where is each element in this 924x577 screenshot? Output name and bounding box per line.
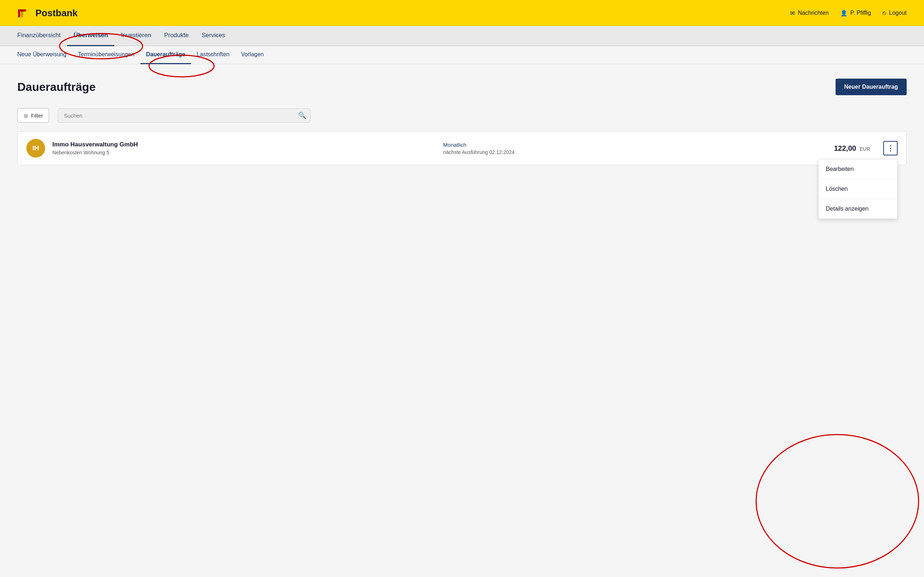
sub-nav-item-lastschriften[interactable]: Lastschriften: [191, 46, 235, 64]
filter-icon: ⚌: [23, 112, 28, 119]
user-icon: 👤: [840, 10, 848, 16]
sub-nav-item-terminueberweisungen[interactable]: Terminüberweisungen: [72, 46, 141, 64]
order-name: Immo Hausverwaltung GmbH: [52, 141, 436, 148]
dropdown-item-loeschen[interactable]: Löschen: [819, 179, 897, 199]
dropdown-menu: Bearbeiten Löschen Details anzeigen: [818, 159, 898, 219]
header-nav-nachrichten[interactable]: ✉ Nachrichten: [790, 10, 828, 16]
postbank-logo-icon: [17, 6, 32, 20]
order-amount: 122,00 EUR: [834, 144, 870, 153]
filter-button[interactable]: ⚌ Filter: [17, 108, 49, 122]
main-nav-item-ueberweisen[interactable]: Überweisen: [67, 26, 115, 46]
header-nav-logout[interactable]: ⎋ Logout: [882, 10, 907, 16]
main-nav-item-investieren[interactable]: Investieren: [115, 26, 157, 46]
order-frequency: Monatlich: [443, 142, 827, 148]
sub-nav: Neue Überweisung Terminüberweisungen Dau…: [0, 46, 924, 64]
sub-nav-item-neue-ueberweisung[interactable]: Neue Überweisung: [17, 46, 72, 64]
order-schedule: Monatlich nächste Ausführung 02.12.2024: [443, 142, 827, 155]
avatar: IH: [26, 139, 45, 158]
order-description: Nebenkosten Wohnung 5: [52, 150, 436, 155]
header-nav: ✉ Nachrichten 👤 P. Pfiffig ⎋ Logout: [790, 10, 907, 16]
header: Postbank ✉ Nachrichten 👤 P. Pfiffig ⎋ Lo…: [0, 0, 924, 26]
main-nav-item-services[interactable]: Services: [195, 26, 232, 46]
header-nav-profil[interactable]: 👤 P. Pfiffig: [840, 10, 871, 16]
search-icon: 🔍: [298, 112, 306, 119]
page-title: Daueraufträge: [17, 81, 96, 94]
search-input[interactable]: [58, 108, 310, 122]
main-nav-item-finanzuebersicht[interactable]: Finanzübersicht: [17, 26, 67, 46]
mail-icon: ✉: [790, 10, 795, 16]
main-nav: Finanzübersicht Überweisen Investieren P…: [0, 26, 924, 46]
content-header: Daueraufträge Neuer Dauerauftrag: [17, 79, 907, 95]
logo-area: Postbank: [17, 6, 78, 20]
main-content: Daueraufträge Neuer Dauerauftrag ⚌ Filte…: [0, 64, 924, 577]
new-standing-order-button[interactable]: Neuer Dauerauftrag: [835, 79, 907, 95]
sub-nav-item-vorlagen[interactable]: Vorlagen: [235, 46, 270, 64]
toolbar: ⚌ Filter 🔍: [17, 108, 907, 122]
search-container: 🔍: [58, 108, 310, 122]
sub-nav-item-dauerauftraege[interactable]: Daueraufträge: [141, 46, 191, 64]
standing-order-card: IH Immo Hausverwaltung GmbH Nebenkosten …: [17, 131, 907, 165]
logo-text: Postbank: [36, 8, 78, 19]
dropdown-item-bearbeiten[interactable]: Bearbeiten: [819, 160, 897, 179]
svg-rect-3: [21, 10, 23, 17]
logout-icon: ⎋: [882, 10, 886, 16]
dropdown-item-details-anzeigen[interactable]: Details anzeigen: [819, 199, 897, 219]
order-next-execution: nächste Ausführung 02.12.2024: [443, 149, 827, 155]
more-options-button[interactable]: ⋮: [883, 141, 898, 155]
search-button[interactable]: 🔍: [298, 111, 306, 119]
order-info: Immo Hausverwaltung GmbH Nebenkosten Woh…: [52, 141, 436, 155]
main-nav-item-produkte[interactable]: Produkte: [158, 26, 195, 46]
